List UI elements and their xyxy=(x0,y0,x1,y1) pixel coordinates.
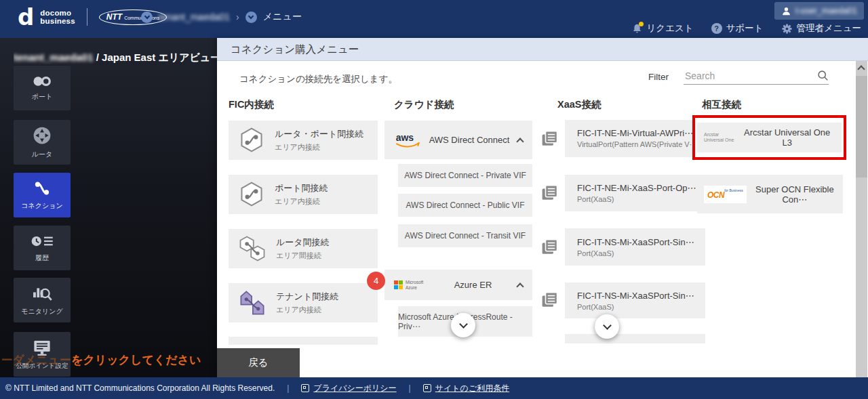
user-name: t-user_maeda01 xyxy=(795,6,857,16)
sidebar-item-label: 履歴 xyxy=(35,253,49,263)
sidebar-item-label: ポート xyxy=(32,92,52,102)
aws-public-vif-card[interactable]: AWS Direct Connect - Public VIF xyxy=(398,194,532,217)
column-header-fic: FIC内接続 xyxy=(229,98,274,111)
order-menu-hint: オーダメニューをクリックしてください xyxy=(0,352,201,368)
sidebar-item-monitoring[interactable]: モニタリング xyxy=(14,278,71,322)
layers-icon xyxy=(541,130,559,148)
hint-visible-part: をクリックしてください xyxy=(71,354,201,366)
layers-icon xyxy=(541,291,559,309)
sidebar-tenant-name: tenant_maeda01 xyxy=(14,51,94,63)
support-button[interactable]: ? サポート xyxy=(711,22,764,35)
brand-line2: business xyxy=(40,17,75,25)
filter-area: Filter xyxy=(648,69,829,85)
double-hexagon-link-icon xyxy=(238,234,267,263)
footer-divider: | xyxy=(409,383,411,393)
group-title: Azure ER xyxy=(429,280,517,290)
xaas-card-3[interactable]: FIC-IT-NS-Mi-XaaSPort-Sin⋯Port(XaaS) xyxy=(565,228,705,266)
sidebar-item-connection[interactable]: コネクション xyxy=(14,173,71,217)
connection-icon xyxy=(32,180,52,197)
monitoring-icon xyxy=(31,284,53,303)
notification-badge: 4 xyxy=(367,272,385,290)
site-terms-link[interactable]: サイトのご利用条件 xyxy=(423,383,509,394)
docomo-business-logo: docomo business xyxy=(40,9,75,25)
menu-dropdown-icon[interactable] xyxy=(245,12,257,23)
notification-dot xyxy=(639,22,644,26)
sidebar-area-label: / Japan East エリアビュー xyxy=(94,51,217,63)
aws-group-card[interactable]: aws AWS Direct Connect xyxy=(384,121,532,159)
card-subtitle: エリア内接続 xyxy=(276,305,338,315)
admin-menu-button[interactable]: 管理者メニュー xyxy=(781,22,861,35)
menu-card-port-port[interactable]: ポート間接続エリア内接続 xyxy=(229,175,378,214)
breadcrumb: tenant_maeda01 › メニュー xyxy=(141,11,302,23)
group-title: AWS Direct Connect xyxy=(421,135,517,145)
breadcrumb-separator: › xyxy=(236,12,239,22)
card-title: AWS Direct Connect - Transit VIF xyxy=(405,231,526,240)
ocn-logo-subtext: for Business xyxy=(724,188,743,192)
chevron-up-icon[interactable] xyxy=(516,138,524,145)
vertical-scrollbar[interactable] xyxy=(856,61,867,377)
xaas-scroll-down-button[interactable] xyxy=(595,314,619,339)
card-title: AWS Direct Connect - Private VIF xyxy=(404,171,526,180)
menu-card-tenant-tenant[interactable]: テナント間接続エリア内接続 xyxy=(229,283,378,322)
card-subtitle: エリア間接続 xyxy=(276,251,330,261)
column-header-inter: 相互接続 xyxy=(702,98,741,111)
card-title: FIC-IT-NS-Mi-XaaSPort-Sin⋯ xyxy=(577,291,694,301)
azure-group-card[interactable]: Microsoft Azure Azure ER xyxy=(384,270,532,300)
arcstar-logo-line1: Arcstar xyxy=(704,132,719,137)
card-subtitle: エリア内接続 xyxy=(275,142,363,152)
tenant-name[interactable]: tenant_maeda01 xyxy=(159,12,230,22)
aws-transit-vif-card[interactable]: AWS Direct Connect - Transit VIF xyxy=(398,224,532,247)
sidebar-item-history[interactable]: 履歴 xyxy=(14,226,71,270)
xaas-card-1[interactable]: FIC-IT-NE-Mi-Virtual-AWPri⋯VirtualPort(P… xyxy=(565,120,705,157)
tenant-dropdown-icon[interactable] xyxy=(141,12,153,23)
xaas-card-2[interactable]: FIC-IT-NE-Mi-XaaS-Port-Op⋯Port(XaaS) xyxy=(565,175,705,211)
panel-header: コネクション購入メニュー xyxy=(217,38,868,61)
user-icon xyxy=(781,6,791,16)
card-title: FIC-IT-NE-Mi-XaaS-Port-Op⋯ xyxy=(577,183,696,193)
menu-card-partial xyxy=(565,334,705,343)
scrollbar-thumb[interactable] xyxy=(856,76,867,177)
hexagon-link-icon xyxy=(238,127,265,154)
user-chip[interactable]: t-user_maeda01 xyxy=(774,2,864,20)
sidebar-item-label: ルータ xyxy=(32,150,52,159)
chevron-down-icon xyxy=(603,321,612,330)
super-ocn-card[interactable]: OCNfor Business Super OCN Flexible Con⋯ xyxy=(697,175,843,213)
card-title: FIC-IT-NS-Mi-XaaSPort-Sin⋯ xyxy=(577,237,694,247)
sidebar-item-port[interactable]: ポート xyxy=(14,66,71,110)
gear-icon xyxy=(781,23,793,35)
filter-label: Filter xyxy=(648,72,669,85)
aws-private-vif-card[interactable]: AWS Direct Connect - Private VIF xyxy=(398,164,532,187)
sidebar-item-label: コネクション xyxy=(21,201,62,211)
app-window: d docomo business NTT Communications ten… xyxy=(0,0,868,399)
menu-card-router-router[interactable]: ルータ間接続エリア間接続 xyxy=(229,229,378,268)
privacy-policy-link[interactable]: プライバシーポリシー xyxy=(301,383,396,394)
card-title: ポート間接続 xyxy=(275,182,328,194)
search-input[interactable] xyxy=(684,69,829,84)
breadcrumb-menu[interactable]: メニュー xyxy=(263,11,302,23)
xaas-card-4[interactable]: FIC-IT-NS-Mi-XaaSPort-Sin⋯Port(XaaS) xyxy=(565,282,705,318)
port-icon xyxy=(31,75,54,88)
panel-subtitle: コネクションの接続先を選択します。 xyxy=(239,73,397,85)
highlight-red-frame: Arcstar Universal One Arcstar Universal … xyxy=(692,115,846,160)
chevron-up-icon[interactable] xyxy=(516,282,524,290)
scrollbar-up-arrow-icon[interactable] xyxy=(857,65,865,72)
top-actions: リクエスト ? サポート 管理者メニュー xyxy=(631,22,862,35)
help-icon: ? xyxy=(711,23,722,34)
search-box xyxy=(684,69,829,85)
ocn-logo: OCNfor Business xyxy=(704,186,747,203)
request-button[interactable]: リクエスト xyxy=(631,22,694,35)
site-terms-label: サイトのご利用条件 xyxy=(435,383,509,394)
tenant-houses-icon xyxy=(238,289,267,317)
admin-menu-label: 管理者メニュー xyxy=(797,22,861,35)
sidebar-item-router[interactable]: ルータ xyxy=(14,120,71,165)
layers-icon xyxy=(541,184,559,202)
card-subtitle: Port(XaaS) xyxy=(577,249,694,257)
brand-divider xyxy=(87,8,87,26)
top-bar: d docomo business NTT Communications ten… xyxy=(0,0,868,38)
card-title: Arcstar Universal One L3 xyxy=(739,127,835,148)
menu-card-router-port[interactable]: ルータ・ポート間接続エリア内接続 xyxy=(229,121,378,160)
search-icon[interactable] xyxy=(817,70,829,81)
arcstar-card[interactable]: Arcstar Universal One Arcstar Universal … xyxy=(697,123,842,152)
back-button[interactable]: 戻る xyxy=(217,348,300,377)
cloud-scroll-down-button[interactable] xyxy=(451,313,475,337)
